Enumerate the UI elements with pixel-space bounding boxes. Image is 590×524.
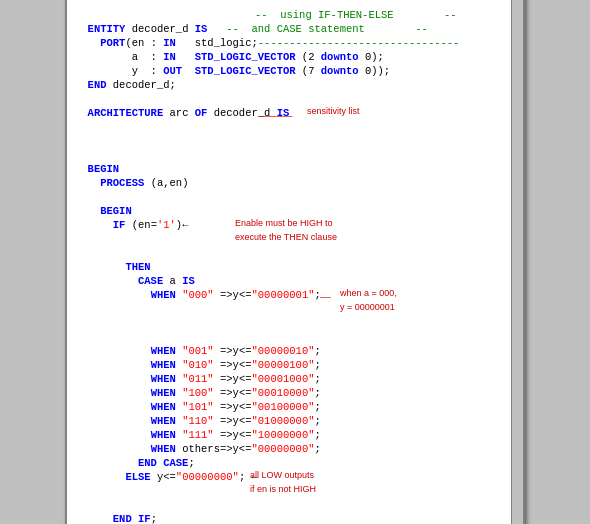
code-line-3: [75, 0, 503, 8]
code-line-when6: WHEN "101" =>y<="00100000";: [75, 400, 503, 414]
code-line-when7: WHEN "110" =>y<="01000000";: [75, 414, 503, 428]
code-line-when3: WHEN "010" =>y<="00000100";: [75, 358, 503, 372]
code-line-when2: WHEN "001" =>y<="00000010";: [75, 344, 503, 358]
code-line-endif: END IF;: [75, 512, 503, 524]
code-line-when5: WHEN "100" =>y<="00010000";: [75, 386, 503, 400]
code-line-entity: ENTITY decoder_d IS -- and CASE statemen…: [75, 22, 503, 36]
code-line-port1: PORT(en : IN std_logic;-----------------…: [75, 36, 503, 50]
main-window: V decoder_d.vhd _ □ × LIBRARY ieee; USE …: [65, 0, 525, 524]
vertical-scrollbar[interactable]: ▲ ▼: [511, 0, 523, 524]
code-line-end-entity: END decoder_d;: [75, 78, 503, 92]
code-line-process: PROCESS (a,en): [75, 176, 503, 204]
code-line-when1: WHEN "000" =>y<="00000001"; when a = 000…: [75, 288, 503, 344]
code-line-arch: ARCHITECTURE arc OF decoder_d IS sensiti…: [75, 106, 503, 162]
code-line-then: THEN: [75, 260, 503, 274]
code-line-port2: a : IN STD_LOGIC_VECTOR (2 downto 0);: [75, 50, 503, 64]
code-line-blank1: [75, 92, 503, 106]
code-editor[interactable]: LIBRARY ieee; USE ieee.std_logic_1164.AL…: [67, 0, 523, 524]
code-line-port3: y : OUT STD_LOGIC_VECTOR (7 downto 0));: [75, 64, 503, 78]
code-line-whenoth: WHEN others=>y<="00000000";: [75, 442, 503, 456]
code-line-if: IF (en='1')← Enable must be HIGH toexecu…: [75, 218, 503, 260]
code-comment-1: -- using IF-THEN-ELSE --: [75, 8, 503, 22]
code-line-when4: WHEN "011" =>y<="00001000";: [75, 372, 503, 386]
code-content: LIBRARY ieee; USE ieee.std_logic_1164.AL…: [75, 0, 503, 524]
code-line-begin1: BEGIN: [75, 162, 503, 176]
code-line-when8: WHEN "111" =>y<="10000000";: [75, 428, 503, 442]
code-line-case: CASE a IS: [75, 274, 503, 288]
code-line-else: ELSE y<="00000000"; ← all LOW outputsif …: [75, 470, 503, 512]
